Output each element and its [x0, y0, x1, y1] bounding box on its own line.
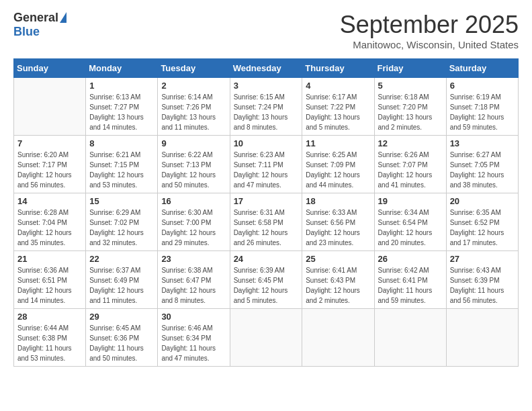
- calendar-cell: 13Sunrise: 6:27 AMSunset: 7:05 PMDayligh…: [446, 136, 518, 193]
- day-number: 12: [378, 138, 443, 148]
- day-number: 21: [17, 254, 82, 264]
- logo: General Blue: [13, 11, 66, 39]
- calendar-cell: 9Sunrise: 6:22 AMSunset: 7:13 PMDaylight…: [158, 136, 230, 193]
- day-header-saturday: Saturday: [446, 59, 518, 78]
- calendar-cell: 12Sunrise: 6:26 AMSunset: 7:07 PMDayligh…: [374, 136, 446, 193]
- title-area: September 2025 Manitowoc, Wisconsin, Uni…: [340, 11, 519, 50]
- day-info: Sunrise: 6:13 AMSunset: 7:27 PMDaylight:…: [89, 92, 154, 132]
- day-number: 18: [306, 196, 370, 206]
- calendar-cell: 23Sunrise: 6:38 AMSunset: 6:47 PMDayligh…: [158, 251, 230, 309]
- logo-blue-text: Blue: [13, 25, 40, 39]
- week-row-3: 14Sunrise: 6:28 AMSunset: 7:04 PMDayligh…: [14, 193, 519, 251]
- calendar-cell: 16Sunrise: 6:30 AMSunset: 7:00 PMDayligh…: [158, 193, 230, 251]
- calendar-cell: 20Sunrise: 6:35 AMSunset: 6:52 PMDayligh…: [446, 193, 518, 251]
- calendar-cell: 24Sunrise: 6:39 AMSunset: 6:45 PMDayligh…: [230, 251, 302, 309]
- day-number: 28: [17, 312, 82, 322]
- day-info: Sunrise: 6:23 AMSunset: 7:11 PMDaylight:…: [234, 150, 299, 190]
- calendar-cell: 27Sunrise: 6:43 AMSunset: 6:39 PMDayligh…: [446, 251, 518, 309]
- day-number: 19: [378, 196, 443, 206]
- day-number: 6: [450, 81, 515, 91]
- calendar-cell: 17Sunrise: 6:31 AMSunset: 6:58 PMDayligh…: [230, 193, 302, 251]
- day-number: 25: [306, 254, 370, 264]
- calendar-cell: 1Sunrise: 6:13 AMSunset: 7:27 PMDaylight…: [86, 78, 158, 136]
- day-info: Sunrise: 6:21 AMSunset: 7:15 PMDaylight:…: [89, 150, 154, 190]
- day-info: Sunrise: 6:38 AMSunset: 6:47 PMDaylight:…: [161, 265, 226, 306]
- calendar-cell: 15Sunrise: 6:29 AMSunset: 7:02 PMDayligh…: [86, 193, 158, 251]
- calendar-cell: 3Sunrise: 6:15 AMSunset: 7:24 PMDaylight…: [230, 78, 302, 136]
- day-info: Sunrise: 6:46 AMSunset: 6:34 PMDaylight:…: [161, 323, 226, 363]
- day-info: Sunrise: 6:25 AMSunset: 7:09 PMDaylight:…: [306, 150, 370, 190]
- day-info: Sunrise: 6:14 AMSunset: 7:26 PMDaylight:…: [161, 92, 226, 132]
- day-info: Sunrise: 6:17 AMSunset: 7:22 PMDaylight:…: [306, 92, 370, 132]
- day-info: Sunrise: 6:45 AMSunset: 6:36 PMDaylight:…: [89, 323, 154, 363]
- calendar-cell: 26Sunrise: 6:42 AMSunset: 6:41 PMDayligh…: [374, 251, 446, 309]
- week-row-4: 21Sunrise: 6:36 AMSunset: 6:51 PMDayligh…: [14, 251, 519, 309]
- calendar-table: SundayMondayTuesdayWednesdayThursdayFrid…: [13, 58, 519, 367]
- day-info: Sunrise: 6:29 AMSunset: 7:02 PMDaylight:…: [89, 208, 154, 248]
- day-header-tuesday: Tuesday: [158, 59, 230, 78]
- day-info: Sunrise: 6:37 AMSunset: 6:49 PMDaylight:…: [89, 265, 154, 306]
- calendar-cell: [446, 309, 518, 367]
- day-info: Sunrise: 6:26 AMSunset: 7:07 PMDaylight:…: [378, 150, 443, 190]
- day-header-sunday: Sunday: [14, 59, 86, 78]
- calendar-cell: 8Sunrise: 6:21 AMSunset: 7:15 PMDaylight…: [86, 136, 158, 193]
- day-header-friday: Friday: [374, 59, 446, 78]
- day-info: Sunrise: 6:22 AMSunset: 7:13 PMDaylight:…: [161, 150, 226, 190]
- day-info: Sunrise: 6:41 AMSunset: 6:43 PMDaylight:…: [306, 265, 370, 306]
- week-row-2: 7Sunrise: 6:20 AMSunset: 7:17 PMDaylight…: [14, 136, 519, 193]
- calendar-cell: 2Sunrise: 6:14 AMSunset: 7:26 PMDaylight…: [158, 78, 230, 136]
- calendar-cell: 5Sunrise: 6:18 AMSunset: 7:20 PMDaylight…: [374, 78, 446, 136]
- day-number: 23: [161, 254, 226, 264]
- day-number: 4: [306, 81, 370, 91]
- calendar-cell: 28Sunrise: 6:44 AMSunset: 6:38 PMDayligh…: [14, 309, 86, 367]
- day-info: Sunrise: 6:42 AMSunset: 6:41 PMDaylight:…: [378, 265, 443, 306]
- calendar-cell: 25Sunrise: 6:41 AMSunset: 6:43 PMDayligh…: [302, 251, 374, 309]
- day-number: 29: [89, 312, 154, 322]
- day-info: Sunrise: 6:34 AMSunset: 6:54 PMDaylight:…: [378, 208, 443, 248]
- week-row-1: 1Sunrise: 6:13 AMSunset: 7:27 PMDaylight…: [14, 78, 519, 136]
- day-number: 2: [161, 81, 226, 91]
- day-number: 16: [161, 196, 226, 206]
- day-info: Sunrise: 6:44 AMSunset: 6:38 PMDaylight:…: [17, 323, 82, 363]
- calendar-cell: 7Sunrise: 6:20 AMSunset: 7:17 PMDaylight…: [14, 136, 86, 193]
- calendar-cell: 6Sunrise: 6:19 AMSunset: 7:18 PMDaylight…: [446, 78, 518, 136]
- calendar-cell: 4Sunrise: 6:17 AMSunset: 7:22 PMDaylight…: [302, 78, 374, 136]
- calendar-cell: 22Sunrise: 6:37 AMSunset: 6:49 PMDayligh…: [86, 251, 158, 309]
- calendar-cell: 18Sunrise: 6:33 AMSunset: 6:56 PMDayligh…: [302, 193, 374, 251]
- day-info: Sunrise: 6:18 AMSunset: 7:20 PMDaylight:…: [378, 92, 443, 132]
- day-number: 7: [17, 138, 82, 148]
- day-info: Sunrise: 6:39 AMSunset: 6:45 PMDaylight:…: [234, 265, 299, 306]
- logo-general-text: General: [13, 11, 58, 25]
- calendar-cell: 30Sunrise: 6:46 AMSunset: 6:34 PMDayligh…: [158, 309, 230, 367]
- logo-triangle-icon: [60, 12, 66, 23]
- day-header-thursday: Thursday: [302, 59, 374, 78]
- day-number: 8: [89, 138, 154, 148]
- day-number: 26: [378, 254, 443, 264]
- day-number: 15: [89, 196, 154, 206]
- day-info: Sunrise: 6:33 AMSunset: 6:56 PMDaylight:…: [306, 208, 370, 248]
- day-number: 1: [89, 81, 154, 91]
- day-info: Sunrise: 6:31 AMSunset: 6:58 PMDaylight:…: [234, 208, 299, 248]
- day-info: Sunrise: 6:36 AMSunset: 6:51 PMDaylight:…: [17, 265, 82, 306]
- day-info: Sunrise: 6:30 AMSunset: 7:00 PMDaylight:…: [161, 208, 226, 248]
- days-header-row: SundayMondayTuesdayWednesdayThursdayFrid…: [14, 59, 519, 78]
- day-header-monday: Monday: [86, 59, 158, 78]
- calendar-cell: [302, 309, 374, 367]
- calendar-cell: 29Sunrise: 6:45 AMSunset: 6:36 PMDayligh…: [86, 309, 158, 367]
- day-number: 30: [161, 312, 226, 322]
- day-header-wednesday: Wednesday: [230, 59, 302, 78]
- calendar-cell: 14Sunrise: 6:28 AMSunset: 7:04 PMDayligh…: [14, 193, 86, 251]
- day-info: Sunrise: 6:19 AMSunset: 7:18 PMDaylight:…: [450, 92, 515, 132]
- day-info: Sunrise: 6:27 AMSunset: 7:05 PMDaylight:…: [450, 150, 515, 190]
- calendar-cell: 10Sunrise: 6:23 AMSunset: 7:11 PMDayligh…: [230, 136, 302, 193]
- day-number: 20: [450, 196, 515, 206]
- day-number: 24: [234, 254, 299, 264]
- calendar-cell: 19Sunrise: 6:34 AMSunset: 6:54 PMDayligh…: [374, 193, 446, 251]
- day-number: 17: [234, 196, 299, 206]
- day-number: 10: [234, 138, 299, 148]
- day-number: 5: [378, 81, 443, 91]
- header: General Blue September 2025 Manitowoc, W…: [13, 11, 519, 50]
- day-number: 22: [89, 254, 154, 264]
- day-info: Sunrise: 6:28 AMSunset: 7:04 PMDaylight:…: [17, 208, 82, 248]
- day-info: Sunrise: 6:15 AMSunset: 7:24 PMDaylight:…: [234, 92, 299, 132]
